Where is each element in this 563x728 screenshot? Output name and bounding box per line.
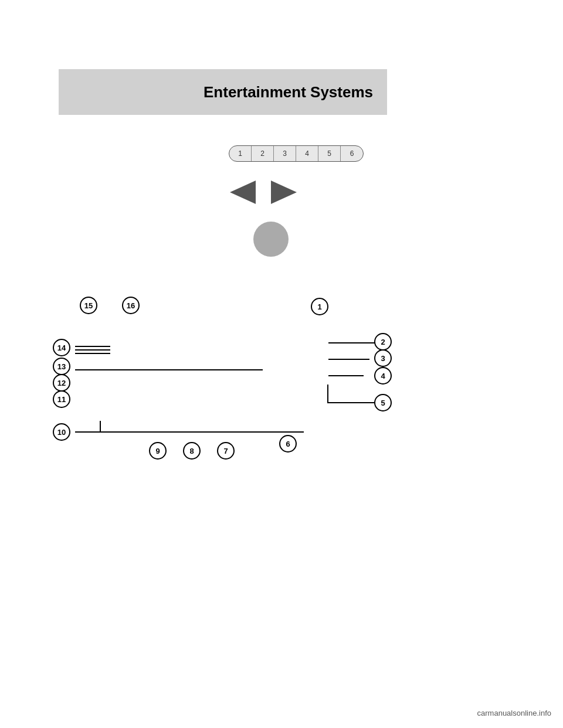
line-10	[75, 431, 304, 433]
header-banner: Entertainment Systems	[59, 69, 387, 115]
callout-2: 2	[374, 333, 392, 351]
line-14b	[75, 349, 110, 351]
arrow-right-button[interactable]	[271, 181, 297, 204]
callout-3: 3	[374, 349, 392, 367]
preset-buttons-row: 1 2 3 4 5 6	[229, 145, 364, 162]
preset-button-3[interactable]: 3	[274, 146, 296, 161]
line-2	[328, 342, 375, 343]
callout-7: 7	[217, 442, 235, 460]
callout-15: 15	[80, 297, 97, 314]
callout-5: 5	[374, 394, 392, 411]
line-14c	[75, 353, 110, 354]
preset-button-1[interactable]: 1	[229, 146, 252, 161]
callout-16: 16	[122, 297, 140, 314]
callout-9: 9	[149, 442, 167, 460]
line-13	[75, 369, 263, 370]
callout-4: 4	[374, 367, 392, 385]
preset-button-6[interactable]: 6	[341, 146, 363, 161]
line-3	[328, 359, 369, 360]
watermark: carmanualsonline.info	[477, 709, 551, 717]
callout-13: 13	[53, 358, 70, 375]
callout-14: 14	[53, 339, 70, 356]
preset-button-5[interactable]: 5	[318, 146, 341, 161]
line-5h	[327, 402, 380, 403]
line-14a	[75, 346, 110, 347]
line-10-tick	[100, 421, 101, 433]
line-5v	[327, 385, 328, 402]
callout-6: 6	[279, 435, 297, 453]
callout-11: 11	[53, 390, 70, 408]
preset-button-2[interactable]: 2	[252, 146, 274, 161]
arrow-left-button[interactable]	[230, 181, 256, 204]
callout-10: 10	[53, 423, 70, 441]
preset-button-4[interactable]: 4	[296, 146, 318, 161]
callout-8: 8	[183, 442, 201, 460]
callout-1: 1	[311, 298, 328, 315]
line-4	[328, 375, 364, 376]
callout-12: 12	[53, 374, 70, 392]
page-title: Entertainment Systems	[204, 83, 373, 101]
center-knob[interactable]	[253, 222, 289, 257]
